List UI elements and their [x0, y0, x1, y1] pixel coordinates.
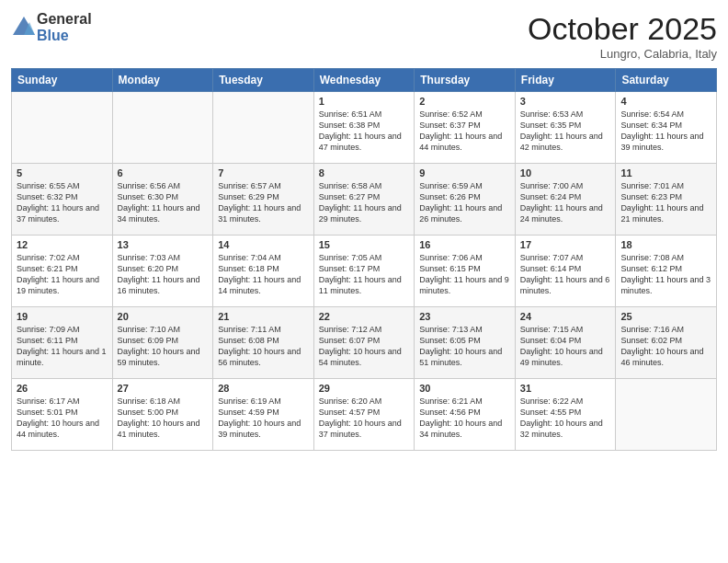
day-info: Sunrise: 7:00 AM: [520, 180, 611, 191]
day-info: Daylight: 11 hours and 16 minutes.: [118, 274, 209, 296]
day-number: 17: [520, 239, 611, 250]
day-info: Sunrise: 6:56 AM: [118, 180, 209, 191]
day-info: Daylight: 10 hours and 51 minutes.: [419, 346, 510, 368]
calendar-cell: [213, 92, 314, 164]
day-info: Sunrise: 6:22 AM: [520, 396, 611, 407]
day-info: Sunset: 6:07 PM: [319, 335, 410, 346]
day-info: Daylight: 11 hours and 6 minutes.: [520, 274, 611, 296]
calendar-cell: 20Sunrise: 7:10 AMSunset: 6:09 PMDayligh…: [112, 307, 213, 379]
day-info: Daylight: 11 hours and 47 minutes.: [319, 131, 410, 153]
calendar-cell: 1Sunrise: 6:51 AMSunset: 6:38 PMDaylight…: [313, 92, 415, 164]
calendar-week-1: 1Sunrise: 6:51 AMSunset: 6:38 PMDaylight…: [12, 92, 717, 164]
day-header-sunday: Sunday: [12, 69, 113, 92]
day-info: Sunrise: 6:57 AM: [218, 180, 309, 191]
day-info: Sunrise: 6:20 AM: [319, 396, 410, 407]
calendar-cell: 26Sunrise: 6:17 AMSunset: 5:01 PMDayligh…: [12, 379, 113, 451]
day-number: 7: [218, 167, 309, 178]
logo-icon: [11, 15, 37, 40]
day-info: Sunrise: 6:53 AM: [520, 109, 611, 120]
day-info: Sunset: 5:00 PM: [118, 407, 209, 418]
day-info: Daylight: 11 hours and 42 minutes.: [520, 131, 611, 153]
day-info: Sunset: 6:30 PM: [118, 191, 209, 202]
calendar-cell: [112, 92, 213, 164]
calendar-week-5: 26Sunrise: 6:17 AMSunset: 5:01 PMDayligh…: [12, 379, 717, 451]
calendar-cell: 2Sunrise: 6:52 AMSunset: 6:37 PMDaylight…: [415, 92, 516, 164]
month-title: October 2025: [528, 11, 717, 47]
day-info: Sunrise: 6:59 AM: [419, 180, 510, 191]
calendar-cell: 5Sunrise: 6:55 AMSunset: 6:32 PMDaylight…: [12, 164, 113, 236]
day-info: Daylight: 11 hours and 1 minute.: [17, 346, 108, 368]
day-info: Sunset: 6:21 PM: [17, 263, 108, 274]
day-info: Sunset: 6:09 PM: [118, 335, 209, 346]
day-number: 5: [17, 167, 108, 178]
calendar-cell: 4Sunrise: 6:54 AMSunset: 6:34 PMDaylight…: [616, 92, 717, 164]
logo-line1: General: [37, 11, 92, 28]
calendar-cell: 3Sunrise: 6:53 AMSunset: 6:35 PMDaylight…: [515, 92, 616, 164]
day-info: Sunset: 6:35 PM: [520, 120, 611, 131]
day-info: Sunrise: 7:05 AM: [319, 252, 410, 263]
day-info: Sunset: 6:05 PM: [419, 335, 510, 346]
day-info: Sunrise: 7:10 AM: [118, 324, 209, 335]
day-number: 9: [419, 167, 510, 178]
calendar-cell: 17Sunrise: 7:07 AMSunset: 6:14 PMDayligh…: [515, 236, 616, 307]
day-info: Daylight: 10 hours and 54 minutes.: [319, 346, 410, 368]
day-number: 18: [620, 239, 711, 250]
day-info: Sunset: 6:23 PM: [620, 191, 711, 202]
calendar-cell: 18Sunrise: 7:08 AMSunset: 6:12 PMDayligh…: [616, 236, 717, 307]
day-info: Sunset: 4:55 PM: [520, 407, 611, 418]
day-info: Sunrise: 7:13 AM: [419, 324, 510, 335]
calendar-cell: [616, 379, 717, 451]
day-info: Sunset: 4:59 PM: [218, 407, 309, 418]
day-info: Daylight: 11 hours and 19 minutes.: [17, 274, 108, 296]
day-info: Daylight: 10 hours and 41 minutes.: [118, 418, 209, 440]
day-info: Sunrise: 7:03 AM: [118, 252, 209, 263]
day-info: Sunrise: 6:55 AM: [17, 180, 108, 191]
day-number: 22: [319, 311, 410, 322]
day-info: Sunrise: 7:12 AM: [319, 324, 410, 335]
day-info: Sunset: 6:04 PM: [520, 335, 611, 346]
logo-line2: Blue: [37, 28, 92, 44]
calendar-cell: 22Sunrise: 7:12 AMSunset: 6:07 PMDayligh…: [313, 307, 415, 379]
day-number: 28: [218, 383, 309, 394]
calendar-cell: 9Sunrise: 6:59 AMSunset: 6:26 PMDaylight…: [415, 164, 516, 236]
day-number: 16: [419, 239, 510, 250]
day-info: Sunset: 6:15 PM: [419, 263, 510, 274]
calendar-cell: 25Sunrise: 7:16 AMSunset: 6:02 PMDayligh…: [616, 307, 717, 379]
day-header-saturday: Saturday: [616, 69, 717, 92]
day-info: Sunrise: 6:52 AM: [419, 109, 510, 120]
day-info: Sunrise: 7:09 AM: [17, 324, 108, 335]
logo: General Blue: [11, 11, 92, 43]
day-info: Daylight: 11 hours and 21 minutes.: [620, 202, 711, 224]
day-info: Sunrise: 7:06 AM: [419, 252, 510, 263]
day-info: Daylight: 11 hours and 39 minutes.: [620, 131, 711, 153]
day-number: 13: [118, 239, 209, 250]
day-info: Sunset: 6:11 PM: [17, 335, 108, 346]
day-info: Sunrise: 7:02 AM: [17, 252, 108, 263]
day-info: Sunset: 6:38 PM: [319, 120, 410, 131]
day-info: Sunrise: 6:58 AM: [319, 180, 410, 191]
day-info: Sunrise: 6:17 AM: [17, 396, 108, 407]
day-info: Daylight: 10 hours and 44 minutes.: [17, 418, 108, 440]
day-info: Sunset: 6:37 PM: [419, 120, 510, 131]
day-number: 27: [118, 383, 209, 394]
day-info: Daylight: 10 hours and 34 minutes.: [419, 418, 510, 440]
day-number: 23: [419, 311, 510, 322]
day-info: Sunrise: 7:08 AM: [620, 252, 711, 263]
day-info: Sunset: 6:17 PM: [319, 263, 410, 274]
day-info: Sunset: 6:24 PM: [520, 191, 611, 202]
day-info: Sunset: 6:12 PM: [620, 263, 711, 274]
day-info: Daylight: 10 hours and 46 minutes.: [620, 346, 711, 368]
calendar-cell: 6Sunrise: 6:56 AMSunset: 6:30 PMDaylight…: [112, 164, 213, 236]
day-info: Sunrise: 6:54 AM: [620, 109, 711, 120]
day-number: 6: [118, 167, 209, 178]
day-number: 31: [520, 383, 611, 394]
day-info: Sunset: 6:18 PM: [218, 263, 309, 274]
title-block: October 2025 Lungro, Calabria, Italy: [528, 11, 717, 61]
day-info: Sunset: 6:20 PM: [118, 263, 209, 274]
day-info: Sunrise: 7:07 AM: [520, 252, 611, 263]
day-info: Sunset: 6:29 PM: [218, 191, 309, 202]
day-info: Sunrise: 7:11 AM: [218, 324, 309, 335]
location-subtitle: Lungro, Calabria, Italy: [528, 47, 717, 61]
day-header-friday: Friday: [515, 69, 616, 92]
day-number: 3: [520, 96, 611, 107]
